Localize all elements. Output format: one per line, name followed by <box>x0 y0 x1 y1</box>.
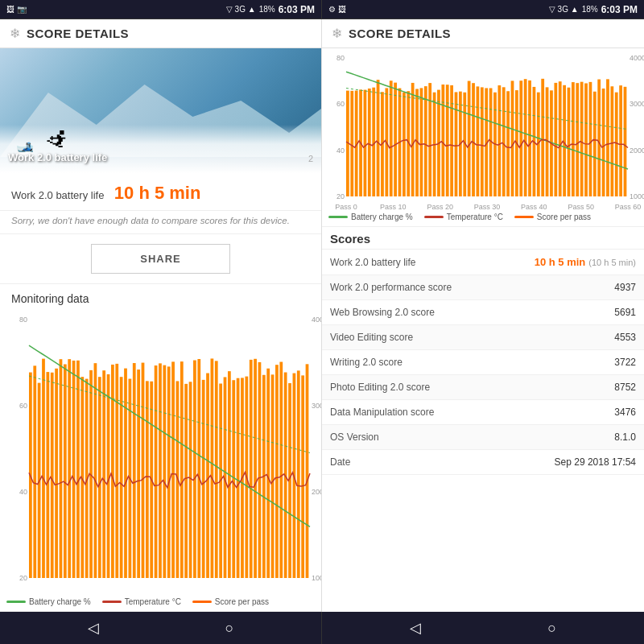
right-header-title: SCORE DETAILS <box>349 27 451 40</box>
hero-label-num: 2 <box>308 154 313 163</box>
left-chart <box>11 313 321 594</box>
left-header-title: SCORE DETAILS <box>27 27 129 40</box>
left-home-icon[interactable]: ○ <box>225 620 234 637</box>
snowflake-icon: ❄ <box>10 26 20 41</box>
right-status-bar: ⚙ 🖼 ▽ 3G ▲ 18% 6:03 PM <box>322 0 644 19</box>
score-row: Video Editing score 4553 <box>322 325 644 350</box>
score-row: Writing 2.0 score 3722 <box>322 350 644 375</box>
skier-figure: ⛷ <box>44 126 67 153</box>
right-back-icon[interactable]: ◁ <box>410 619 421 637</box>
right-legend-score: Score per pass <box>514 213 591 221</box>
score-legend-label: Score per pass <box>215 597 269 606</box>
left-status-icons: 🖼 📷 <box>6 5 27 14</box>
scores-title: Scores <box>322 227 644 250</box>
right-time: 6:03 PM <box>601 4 638 15</box>
compare-note: Sorry, we don't have enough data to comp… <box>0 211 321 234</box>
score-row: Web Browsing 2.0 score 5691 <box>322 300 644 325</box>
right-legend-temperature: Temperature °C <box>424 213 503 221</box>
right-home-icon[interactable]: ○ <box>547 620 556 637</box>
left-signal-icon: ▽ 3G ▲ <box>226 5 256 14</box>
scores-section: Work 2.0 battery life 10 h 5 min(10 h 5 … <box>322 250 644 612</box>
monitoring-section: Monitoring data <box>0 284 321 313</box>
legend-battery: Battery charge % <box>6 597 91 606</box>
score-row: Photo Editing 2.0 score 8752 <box>322 375 644 400</box>
right-score-header: ❄ SCORE DETAILS <box>322 19 644 48</box>
score-legend-line <box>192 601 212 603</box>
left-score-header: ❄ SCORE DETAILS <box>0 19 321 48</box>
legend-temperature: Temperature °C <box>102 597 181 606</box>
right-battery-legend-line <box>328 216 348 218</box>
temp-legend-line <box>102 601 122 603</box>
score-row: Work 2.0 performance score 4937 <box>322 275 644 300</box>
right-battery-legend-label: Battery charge % <box>351 213 413 221</box>
right-temp-legend-label: Temperature °C <box>447 213 503 221</box>
left-panel: ❄ SCORE DETAILS ⛷ 🎿 Work 2.0 battery lif… <box>0 19 322 612</box>
battery-value: 10 h 5 min <box>114 183 201 203</box>
share-button[interactable]: SHARE <box>91 244 230 274</box>
right-score-legend-line <box>514 216 534 218</box>
right-status-icons: ⚙ 🖼 <box>328 5 346 14</box>
score-row: Date Sep 29 2018 17:54 <box>322 450 644 475</box>
temp-legend-label: Temperature °C <box>125 597 181 606</box>
hero-label: Work 2.0 battery life <box>8 151 107 163</box>
score-rows-container: Work 2.0 battery life 10 h 5 min(10 h 5 … <box>322 250 644 475</box>
right-snowflake-icon: ❄ <box>332 26 342 41</box>
right-signal-icon: ▽ 3G ▲ <box>549 5 579 14</box>
left-chart-container <box>0 313 321 594</box>
right-panel: ❄ SCORE DETAILS Battery charge % Tempera… <box>322 19 644 612</box>
score-row: Work 2.0 battery life 10 h 5 min(10 h 5 … <box>322 250 644 275</box>
right-chart-container <box>322 48 644 209</box>
score-row: OS Version 8.1.0 <box>322 425 644 450</box>
right-score-legend-label: Score per pass <box>537 213 591 221</box>
share-section: SHARE <box>0 234 321 284</box>
battery-title: Work 2.0 battery life <box>11 189 104 201</box>
right-legend-battery: Battery charge % <box>328 213 413 221</box>
battery-legend-line <box>6 601 26 603</box>
right-battery: 18% <box>582 5 598 14</box>
score-row: Data Manipulation score 3476 <box>322 400 644 425</box>
right-nav-bar: ◁ ○ <box>322 612 644 644</box>
hero-image: ⛷ 🎿 Work 2.0 battery life 2 <box>0 48 321 173</box>
battery-info: Work 2.0 battery life 10 h 5 min <box>0 173 321 211</box>
left-back-icon[interactable]: ◁ <box>88 619 99 637</box>
left-legend: Battery charge % Temperature °C Score pe… <box>0 594 321 612</box>
legend-score: Score per pass <box>192 597 269 606</box>
left-time: 6:03 PM <box>279 4 315 15</box>
right-temp-legend-line <box>424 216 444 218</box>
monitoring-title: Monitoring data <box>11 292 310 305</box>
battery-legend-label: Battery charge % <box>29 597 91 606</box>
right-chart <box>328 52 644 213</box>
left-status-bar: 🖼 📷 ▽ 3G ▲ 18% 6:03 PM <box>0 0 322 19</box>
left-battery: 18% <box>259 5 275 14</box>
left-nav-bar: ◁ ○ <box>0 612 322 644</box>
